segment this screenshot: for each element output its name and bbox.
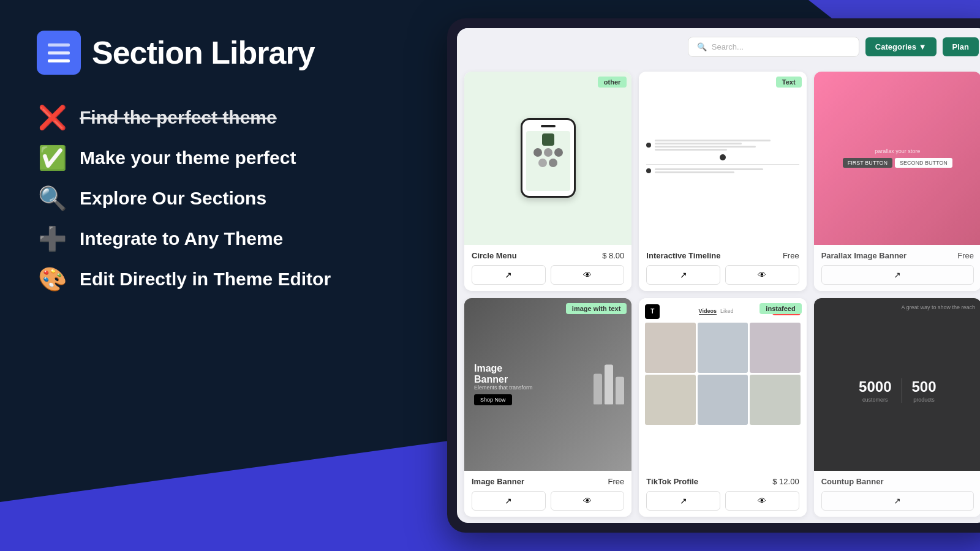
- timeline-line-2: [646, 168, 799, 173]
- feature-item-2: ✅ Make your theme perfect: [37, 144, 404, 171]
- card-image-banner-external-btn[interactable]: ↗: [472, 491, 546, 511]
- phone-circle-3: [554, 148, 563, 157]
- ib-title: ImageBanner: [474, 363, 533, 384]
- search-bar[interactable]: 🔍 Search...: [688, 37, 859, 57]
- card-tiktok-price: $ 12.00: [772, 477, 799, 486]
- card-circle-menu-price: $ 8.00: [602, 251, 624, 260]
- phone-screen-content: [526, 131, 570, 191]
- parallax-btn-1[interactable]: FIRST BUTTON: [843, 158, 892, 168]
- card-parallax-price: Free: [957, 251, 974, 260]
- card-countup-external-btn[interactable]: ↗: [821, 491, 974, 511]
- tiktok-thumb-1: [645, 323, 695, 373]
- card-timeline-title-row: Interactive Timeline Free: [646, 251, 799, 260]
- countup-num-1: 5000: [859, 378, 891, 395]
- tablet-screen: 🔍 Search... Categories ▼ Plan other: [457, 28, 980, 523]
- card-image-banner-preview-btn[interactable]: 👁: [551, 491, 625, 511]
- card-circle-menu-actions: ↗ 👁: [472, 265, 624, 285]
- feature-text-2: Make your theme perfect: [80, 148, 296, 168]
- phone-notch: [541, 125, 556, 127]
- timeline-divider: [646, 164, 799, 165]
- tablet-panel: 🔍 Search... Categories ▼ Plan other: [447, 18, 980, 533]
- card-tiktok-external-btn[interactable]: ↗: [646, 491, 720, 511]
- phone-circles: [529, 148, 568, 167]
- card-timeline-preview-btn[interactable]: 👁: [725, 265, 799, 285]
- tiktok-thumb-6: [750, 375, 800, 425]
- timeline-line-1: [646, 140, 799, 151]
- countup-tagline: A great way to show the reach: [901, 304, 975, 310]
- countup-stats: 5000 customers 500 products: [859, 378, 936, 403]
- categories-button[interactable]: Categories ▼: [865, 37, 937, 56]
- card-countup-title-row: Countup Banner: [821, 477, 974, 486]
- card-tiktok-image: instafeed T Videos Liked Follow: [639, 298, 806, 471]
- tiktok-thumb-3: [750, 323, 800, 373]
- logo-area: Section Library: [37, 31, 404, 75]
- feature-item-5: 🎨 Edit Directly in Theme Editor: [37, 266, 404, 293]
- card-parallax-actions: ↗: [821, 265, 974, 285]
- card-countup-image: A great way to show the reach 5000 custo…: [814, 298, 980, 471]
- phone-circle-1: [533, 148, 542, 157]
- card-countup-actions: ↗: [821, 491, 974, 511]
- countup-stat-1: 5000 customers: [859, 378, 891, 403]
- app-grid: other: [457, 66, 980, 523]
- card-timeline-external-btn[interactable]: ↗: [646, 265, 720, 285]
- parallax-btn-2[interactable]: SECOND BUTTON: [895, 158, 952, 168]
- card-countup: A great way to show the reach 5000 custo…: [814, 298, 980, 517]
- product-bottles: [594, 364, 624, 404]
- feature-list: ❌ Find the perfect theme ✅ Make your the…: [37, 104, 404, 293]
- tiktok-tabs: Videos Liked: [699, 308, 734, 315]
- feature-icon-1: ❌: [37, 104, 67, 131]
- plan-button[interactable]: Plan: [943, 37, 979, 56]
- phone-circle-2: [544, 148, 552, 157]
- logo-icon: [37, 31, 81, 75]
- feature-text-1: Find the perfect theme: [80, 107, 277, 128]
- badge-text: Text: [776, 77, 802, 88]
- card-timeline-image: Text: [639, 72, 806, 245]
- card-tiktok: instafeed T Videos Liked Follow: [639, 298, 806, 517]
- feature-item-4: ➕ Integrate to Any Theme: [37, 225, 404, 252]
- logo-layer-3: [48, 59, 70, 62]
- card-image-banner-footer: Image Banner Free ↗ 👁: [464, 471, 631, 517]
- feature-icon-4: ➕: [37, 225, 67, 252]
- card-timeline-price: Free: [783, 251, 799, 260]
- card-parallax-name: Parallax Image Banner: [821, 251, 907, 260]
- card-parallax-external-btn[interactable]: ↗: [821, 265, 974, 285]
- countup-label-2: products: [912, 397, 937, 403]
- feature-item-1: ❌ Find the perfect theme: [37, 104, 404, 131]
- tablet-frame: 🔍 Search... Categories ▼ Plan other: [447, 18, 980, 533]
- image-banner-text: ImageBanner Elements that transform Shop…: [474, 363, 533, 405]
- card-image-banner-name: Image Banner: [472, 477, 524, 486]
- feature-item-3: 🔍 Explore Our Sections: [37, 185, 404, 212]
- tiktok-grid: [645, 323, 800, 425]
- phone-logo: [542, 133, 554, 146]
- feature-text-4: Integrate to Any Theme: [80, 228, 283, 249]
- card-circle-menu-preview-btn[interactable]: 👁: [551, 265, 625, 285]
- timeline-dot-2: [646, 168, 651, 173]
- ib-subtitle: Elements that transform: [474, 384, 533, 391]
- timeline-text-block-1: [655, 140, 799, 151]
- phone-mockup: [521, 118, 576, 198]
- card-circle-menu: other: [464, 72, 631, 291]
- logo-layer-2: [48, 51, 70, 54]
- tiktok-thumb-4: [645, 375, 695, 425]
- badge-other: other: [598, 77, 627, 88]
- timeline-text-block-2: [655, 168, 799, 173]
- card-timeline: Text: [639, 72, 806, 291]
- card-tiktok-preview-btn[interactable]: 👁: [725, 491, 799, 511]
- feature-icon-3: 🔍: [37, 185, 67, 212]
- card-circle-menu-external-btn[interactable]: ↗: [472, 265, 546, 285]
- card-countup-footer: Countup Banner ↗: [814, 471, 980, 517]
- logo-title: Section Library: [92, 34, 315, 71]
- bottle-1: [594, 373, 602, 404]
- tiktok-thumb-5: [698, 375, 748, 425]
- badge-image-with-text: image with text: [566, 303, 627, 314]
- bottle-2: [605, 364, 613, 404]
- phone-circle-5: [549, 159, 557, 167]
- ib-shop-button[interactable]: Shop Now: [474, 394, 512, 405]
- card-image-banner-title-row: Image Banner Free: [472, 477, 624, 486]
- card-timeline-actions: ↗ 👁: [646, 265, 799, 285]
- card-circle-menu-footer: Circle Menu $ 8.00 ↗ 👁: [464, 245, 631, 291]
- card-parallax-footer: Parallax Image Banner Free ↗: [814, 245, 980, 291]
- countup-label-1: customers: [859, 397, 891, 403]
- card-circle-menu-name: Circle Menu: [472, 251, 517, 260]
- search-placeholder: Search...: [712, 42, 744, 51]
